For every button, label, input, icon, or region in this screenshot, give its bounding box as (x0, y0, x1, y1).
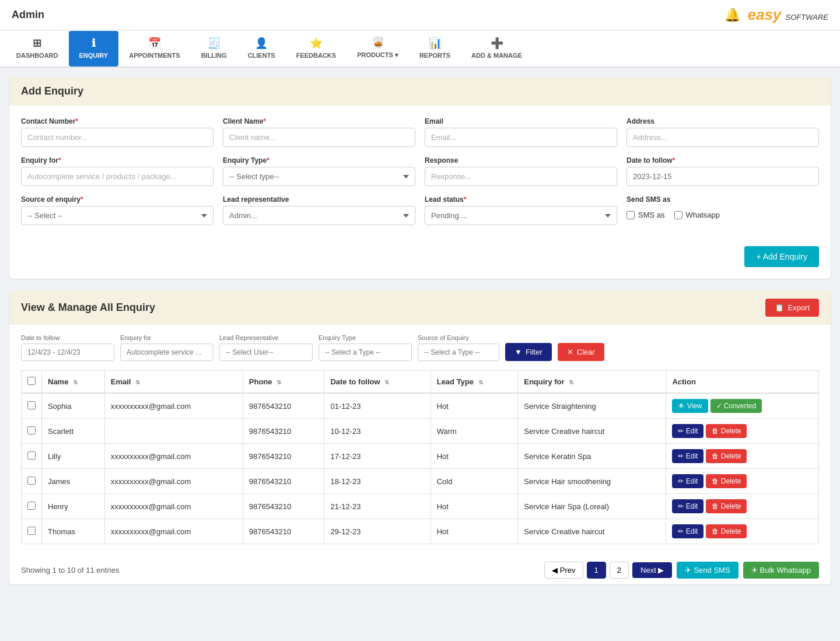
nav-products[interactable]: 🥃 PRODUCTS ▾ (346, 30, 409, 66)
address-group: Address (626, 117, 819, 147)
filter-source-input[interactable] (418, 344, 499, 361)
app-title: Admin (12, 9, 44, 21)
edit-button[interactable]: ✏ Edit (672, 424, 704, 438)
view-button[interactable]: 👁 View (672, 399, 708, 413)
nav-reports[interactable]: 📊 REPORTS (409, 31, 461, 66)
page-1-button[interactable]: 1 (587, 562, 606, 579)
action-cell: ✏ Edit🗑 Delete (666, 494, 819, 519)
prev-button[interactable]: ◀ Prev (544, 562, 583, 579)
email-group: Email (425, 117, 617, 147)
col-date: Date to follow ⇅ (324, 371, 430, 394)
filter-row: Date to follow Enquiry for Lead Represen… (9, 325, 831, 370)
lead-status-select[interactable]: Pending.... (425, 206, 617, 225)
nav-reports-label: REPORTS (419, 52, 450, 59)
email-sort-icon[interactable]: ⇅ (135, 379, 140, 386)
source-enquiry-label: Source of enquiry* (21, 195, 214, 204)
bulk-whatsapp-button[interactable]: ✈ Bulk Whatsapp (743, 562, 819, 579)
lead-status-group: Lead status* Pending.... (425, 195, 617, 225)
view-manage-header: View & Manage All Enquiry 📋 Export (9, 290, 831, 325)
edit-button[interactable]: ✏ Edit (672, 449, 704, 463)
select-all-checkbox[interactable] (27, 377, 36, 385)
cell-date: 18-12-23 (324, 469, 430, 494)
view-manage-card: View & Manage All Enquiry 📋 Export Date … (9, 290, 831, 584)
lead-rep-select[interactable]: Admin... (223, 206, 415, 225)
export-button[interactable]: 📋 Export (765, 299, 819, 317)
enquiry-for-group: Enquiry for* (21, 156, 214, 186)
sms-as-option[interactable]: SMS as (626, 211, 665, 219)
row-checkbox-0[interactable] (27, 401, 36, 409)
contact-number-input[interactable] (21, 128, 214, 147)
add-enquiry-button[interactable]: + Add Enquiry (744, 246, 819, 267)
nav-billing[interactable]: 🧾 BILLING (191, 31, 237, 66)
delete-button[interactable]: 🗑 Delete (706, 524, 747, 538)
page-2-button[interactable]: 2 (610, 562, 629, 579)
phone-sort-icon[interactable]: ⇅ (276, 379, 281, 386)
edit-button[interactable]: ✏ Edit (672, 524, 704, 538)
client-name-input[interactable] (223, 128, 415, 147)
lead-type-sort-icon[interactable]: ⇅ (478, 379, 483, 386)
row-checkbox-2[interactable] (27, 451, 36, 460)
enquiry-type-group: Enquiry Type* -- Select type-- (223, 156, 415, 186)
reports-icon: 📊 (429, 37, 442, 50)
whatsapp-checkbox[interactable] (674, 211, 682, 219)
cell-name: James (42, 469, 105, 494)
nav-clients-label: CLIENTS (248, 52, 275, 59)
date-to-follow-input[interactable] (626, 167, 819, 186)
add-enquiry-title: Add Enquiry (21, 85, 83, 97)
nav-add-manage[interactable]: ➕ ADD & MANAGE (461, 31, 533, 66)
clear-button[interactable]: ✕ Clear (558, 343, 604, 361)
nav-clients[interactable]: 👤 CLIENTS (237, 31, 286, 66)
send-sms-button[interactable]: ✈ Send SMS (677, 562, 738, 579)
cell-email: xxxxxxxxxx@gmail.com (104, 444, 243, 469)
enquiry-type-select[interactable]: -- Select type-- (223, 167, 415, 186)
sms-as-checkbox[interactable] (626, 211, 635, 219)
filter-button[interactable]: ▼ Filter (505, 343, 552, 361)
nav-enquiry[interactable]: ℹ ENQUIRY (69, 31, 119, 66)
address-input[interactable] (626, 128, 819, 147)
enquiry-for-sort-icon[interactable]: ⇅ (569, 379, 573, 386)
edit-button[interactable]: ✏ Edit (672, 474, 704, 488)
clear-icon: ✕ (567, 348, 573, 356)
email-input[interactable] (425, 128, 617, 147)
sms-checkboxes: SMS as Whatsapp (626, 211, 819, 219)
row-checkbox-1[interactable] (27, 426, 36, 435)
table-header-row: Name ⇅ Email ⇅ Phone ⇅ Date to follow (22, 371, 819, 394)
response-input[interactable] (425, 167, 617, 186)
action-buttons: ✏ Edit🗑 Delete (672, 499, 813, 513)
filter-enquiry-type-input[interactable] (318, 344, 412, 361)
nav-feedbacks[interactable]: ⭐ FEEDBACKS (286, 31, 346, 66)
filter-lead-rep-input[interactable] (219, 344, 313, 361)
delete-button[interactable]: 🗑 Delete (706, 424, 747, 438)
name-sort-icon[interactable]: ⇅ (73, 379, 78, 386)
nav-appointments[interactable]: 📅 APPOINTMENTS (118, 31, 190, 66)
logo-area: 🔔 easy SOFTWARE (724, 6, 828, 24)
next-button[interactable]: Next ▶ (632, 562, 672, 578)
cell-enquiry_for: Service Keratin Spa (518, 444, 666, 469)
row-checkbox-4[interactable] (27, 502, 36, 510)
delete-button[interactable]: 🗑 Delete (706, 449, 747, 463)
row-checkbox-3[interactable] (27, 477, 36, 485)
cell-enquiry_for: Service Straightening (518, 393, 666, 419)
delete-button[interactable]: 🗑 Delete (706, 499, 747, 513)
source-enquiry-select[interactable]: -- Select -- (21, 206, 214, 225)
delete-button[interactable]: 🗑 Delete (706, 474, 747, 488)
edit-button[interactable]: ✏ Edit (672, 499, 704, 513)
date-sort-icon[interactable]: ⇅ (384, 379, 389, 386)
nav-bar: ⊞ DASHBOARD ℹ ENQUIRY 📅 APPOINTMENTS 🧾 B… (0, 30, 840, 68)
add-enquiry-header: Add Enquiry (9, 77, 831, 106)
cell-date: 01-12-23 (324, 393, 430, 419)
cell-date: 21-12-23 (324, 494, 430, 519)
whatsapp-option[interactable]: Whatsapp (674, 211, 720, 219)
contact-number-group: Contact Number* (21, 117, 214, 147)
pagination-controls: ◀ Prev 1 2 Next ▶ (544, 562, 672, 579)
filter-date-input[interactable] (21, 344, 114, 361)
action-cell: ✏ Edit🗑 Delete (666, 469, 819, 494)
filter-enquiry-for-input[interactable] (120, 344, 214, 361)
action-cell: 👁 View✓ Converted (666, 393, 819, 419)
converted-button[interactable]: ✓ Converted (710, 399, 762, 413)
enquiry-for-input[interactable] (21, 167, 214, 186)
row-checkbox-5[interactable] (27, 527, 36, 535)
filter-enquiry-type-label: Enquiry Type (318, 334, 412, 341)
nav-dashboard[interactable]: ⊞ DASHBOARD (6, 31, 69, 66)
bell-icon[interactable]: 🔔 (724, 8, 740, 23)
